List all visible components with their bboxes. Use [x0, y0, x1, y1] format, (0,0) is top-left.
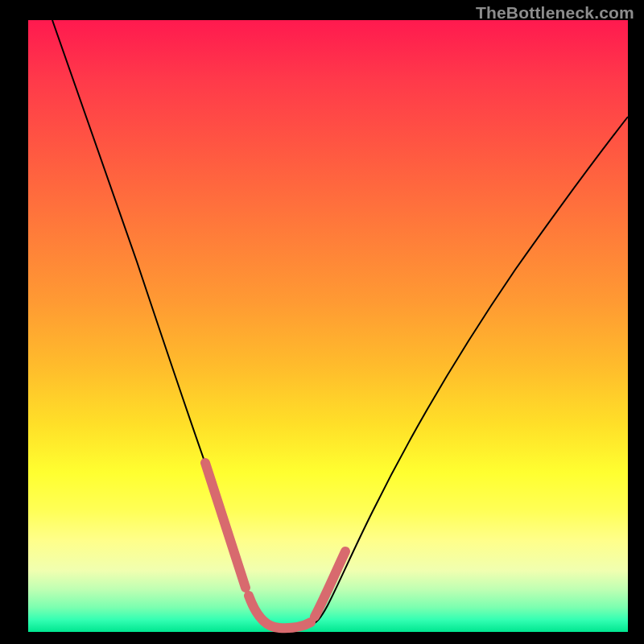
watermark-text: TheBottleneck.com: [476, 3, 634, 23]
accent-right: [315, 551, 345, 617]
accent-floor: [249, 596, 311, 628]
chart-frame: TheBottleneck.com: [0, 0, 644, 644]
curve-path: [52, 20, 628, 629]
bottleneck-curve: [28, 20, 628, 632]
plot-area: [28, 20, 628, 632]
accent-left: [205, 463, 246, 588]
